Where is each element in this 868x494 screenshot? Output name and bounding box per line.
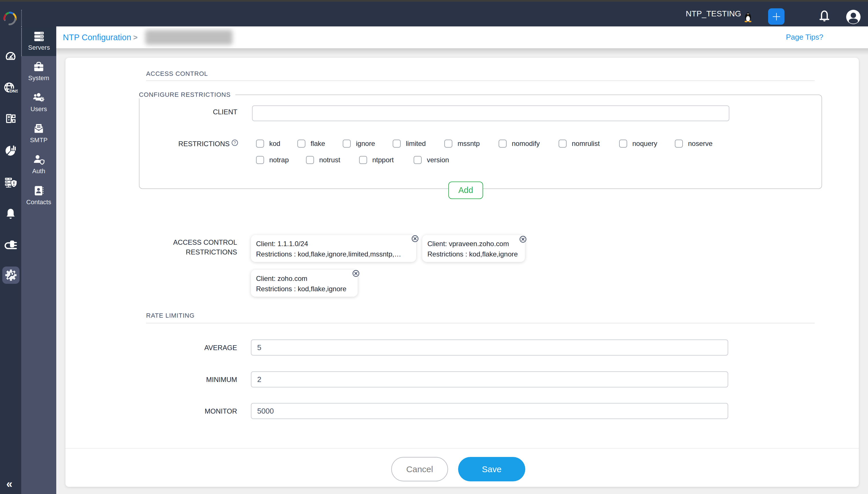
svg-text:DNS: DNS (9, 89, 18, 93)
svg-text:?: ? (234, 140, 236, 145)
